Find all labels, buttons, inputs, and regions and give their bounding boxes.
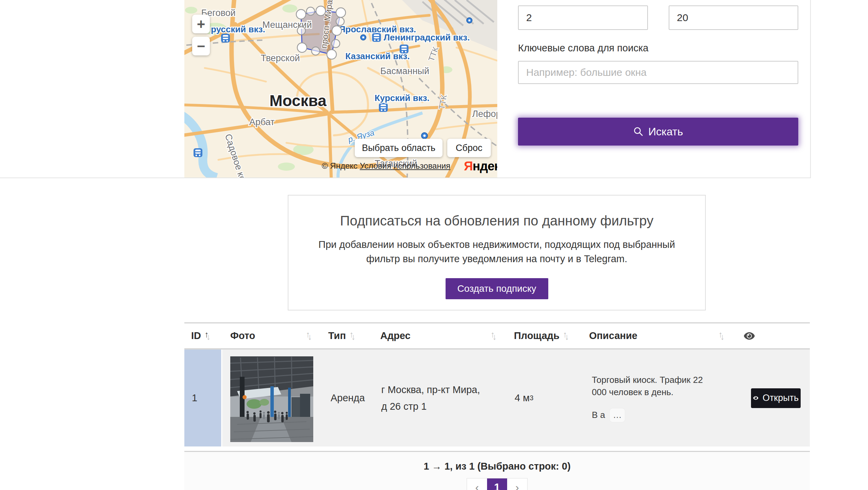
row-id-cell[interactable]: 1 bbox=[184, 350, 222, 446]
description-truncated: В а bbox=[592, 409, 605, 421]
polygon-vertex-handle[interactable] bbox=[296, 10, 306, 19]
map-label: Арбат bbox=[249, 117, 275, 127]
sort-icon[interactable]: ↑↓ bbox=[204, 332, 208, 340]
map-label: Курский вкз. bbox=[374, 93, 430, 103]
table-header: ID ↑↓ Фото ↑↓ Тип ↑↓ Адрес ↑↓ Площадь ↑↓… bbox=[184, 322, 810, 350]
reset-area-button[interactable]: Сброс bbox=[447, 139, 491, 157]
sort-icon[interactable]: ↑↓ bbox=[563, 332, 567, 340]
column-header-description[interactable]: Описание ↑↓ bbox=[583, 330, 734, 341]
map-label-city: Москва bbox=[269, 92, 327, 109]
sort-icon[interactable]: ↑↓ bbox=[306, 332, 310, 340]
polygon-vertex-handle[interactable] bbox=[316, 6, 326, 16]
subscription-title: Подписаться на обновления по данному фил… bbox=[302, 213, 691, 229]
filter-max-input[interactable] bbox=[669, 5, 798, 30]
create-subscription-button[interactable]: Создать подписку bbox=[446, 278, 548, 299]
search-icon bbox=[633, 126, 644, 137]
sort-icon[interactable]: ↑↓ bbox=[349, 332, 353, 340]
polygon-midpoint-handle[interactable] bbox=[297, 27, 305, 35]
table-row[interactable]: 1 bbox=[184, 350, 810, 446]
results-table: ID ↑↓ Фото ↑↓ Тип ↑↓ Адрес ↑↓ Площадь ↑↓… bbox=[184, 322, 810, 490]
column-header-type[interactable]: Тип ↑↓ bbox=[322, 330, 373, 341]
row-photo-cell[interactable] bbox=[222, 350, 322, 446]
column-header-address[interactable]: Адрес ↑↓ bbox=[373, 330, 506, 341]
sort-icon[interactable]: ↑↓ bbox=[718, 332, 722, 340]
column-header-visibility[interactable] bbox=[734, 332, 810, 340]
map-label: Лефор bbox=[472, 109, 497, 119]
row-description-cell: Торговый киоск. Трафик 22 000 человек в … bbox=[583, 350, 734, 446]
polygon-midpoint-handle[interactable] bbox=[336, 17, 344, 26]
map-zoom-in-button[interactable]: + bbox=[192, 15, 210, 33]
map-label: русский вкз. bbox=[211, 24, 265, 34]
row-address-cell: г Москва, пр-кт Мира, д 26 стр 1 bbox=[373, 350, 506, 446]
row-area-cell: 4 м3 bbox=[506, 350, 583, 446]
map-label: Басманный bbox=[380, 66, 429, 76]
minus-icon: − bbox=[197, 38, 205, 54]
polygon-vertex-handle[interactable] bbox=[297, 43, 307, 52]
map-attribution: © Яндекс Условия использования bbox=[322, 161, 450, 171]
pagination: ‹ 1 › bbox=[467, 478, 528, 490]
sort-icon[interactable]: ↑↓ bbox=[490, 332, 494, 340]
pagination-next-button[interactable]: › bbox=[507, 478, 527, 490]
eye-icon bbox=[753, 394, 758, 402]
pagination-page-1[interactable]: 1 bbox=[487, 478, 507, 490]
table-footer: 1 → 1, из 1 (Выбрано строк: 0) ‹ 1 › bbox=[184, 451, 810, 490]
pagination-summary: 1 → 1, из 1 (Выбрано строк: 0) bbox=[184, 452, 810, 472]
description-text: Торговый киоск. Трафик 22 000 человек в … bbox=[592, 374, 719, 398]
open-listing-button[interactable]: Открыть bbox=[751, 388, 801, 408]
plus-icon: + bbox=[197, 16, 205, 32]
map-label: Тверской bbox=[261, 53, 300, 63]
filter-min-input[interactable] bbox=[518, 5, 648, 30]
polygon-vertex-handle[interactable] bbox=[336, 8, 346, 17]
search-button[interactable]: Искать bbox=[518, 118, 798, 146]
column-header-area[interactable]: Площадь ↑↓ bbox=[506, 330, 583, 341]
eye-icon bbox=[744, 332, 755, 340]
subscription-panel: Подписаться на обновления по данному фил… bbox=[288, 195, 706, 310]
subscription-description: При добавлении новых объектов недвижимос… bbox=[317, 237, 677, 266]
pagination-prev-button[interactable]: ‹ bbox=[467, 478, 487, 490]
select-area-button[interactable]: Выбрать область bbox=[355, 139, 443, 157]
polygon-midpoint-handle[interactable] bbox=[332, 39, 340, 48]
keywords-label: Ключевые слова для поиска bbox=[518, 43, 648, 54]
polygon-midpoint-handle[interactable] bbox=[312, 47, 320, 55]
map-label: Ленинградский вкз. bbox=[384, 32, 470, 43]
yandex-map[interactable]: Беговой Мещанский русский вкз. Ярославск… bbox=[184, 0, 497, 178]
expand-description-button[interactable]: … bbox=[610, 408, 625, 422]
map-zoom-out-button[interactable]: − bbox=[192, 37, 210, 55]
row-type-cell: Аренда bbox=[322, 350, 373, 446]
polygon-vertex-handle[interactable] bbox=[327, 50, 336, 59]
yandex-logo: Яндекс bbox=[464, 159, 497, 173]
column-header-photo[interactable]: Фото ↑↓ bbox=[222, 330, 322, 341]
listing-photo bbox=[230, 356, 313, 442]
copyright-text: © Яндекс bbox=[322, 161, 357, 170]
column-header-id[interactable]: ID ↑↓ bbox=[184, 330, 222, 341]
row-actions-cell: Открыть bbox=[734, 350, 810, 446]
polygon-midpoint-handle[interactable] bbox=[306, 7, 315, 15]
terms-of-use-link[interactable]: Условия использования bbox=[360, 161, 450, 170]
keywords-input[interactable] bbox=[518, 61, 798, 84]
polygon-vertex-handle[interactable] bbox=[332, 26, 341, 35]
map-label: Казанский вкз. bbox=[345, 51, 410, 61]
